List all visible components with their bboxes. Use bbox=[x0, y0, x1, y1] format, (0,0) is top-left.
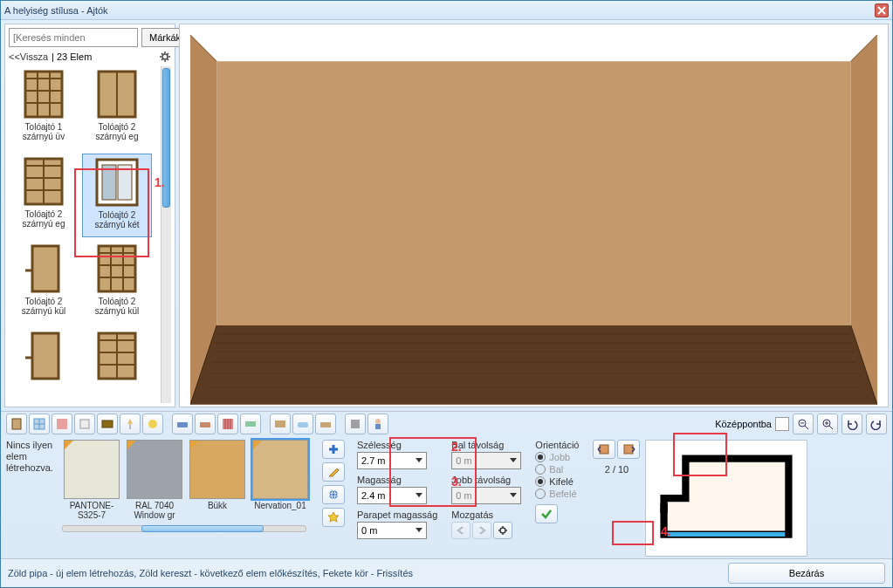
status-text: Zöld pipa - új elem létrehozás, Zöld ker… bbox=[8, 568, 728, 578]
center-label: Középpontba bbox=[715, 419, 772, 429]
catalog-item[interactable]: Tolóajtó 2 szárnyú eg bbox=[9, 154, 79, 237]
svg-rect-64 bbox=[298, 422, 308, 427]
material-swatches: PANTONE-S325-7 RAL 7040 Window gr Bükk N… bbox=[62, 440, 310, 520]
no-item-label: Nincs ilyen elem létrehozva. bbox=[6, 440, 57, 475]
cat-curtain-icon[interactable] bbox=[217, 414, 238, 434]
cat-window-icon[interactable] bbox=[29, 414, 50, 434]
cat-lamp-icon[interactable] bbox=[120, 414, 141, 434]
right-dist-label: Jobb távolság bbox=[451, 475, 521, 485]
cat-bath-icon[interactable] bbox=[292, 414, 313, 434]
back-link[interactable]: <<Vissza bbox=[9, 51, 48, 62]
center-checkbox[interactable] bbox=[775, 417, 789, 431]
web-button[interactable] bbox=[322, 485, 345, 504]
swatch-item[interactable]: Bükk bbox=[188, 440, 247, 520]
next-wall-button[interactable] bbox=[617, 440, 640, 459]
orient-befele-radio: Befelé bbox=[535, 489, 579, 499]
cat-char-icon[interactable] bbox=[368, 414, 388, 434]
edit-button[interactable] bbox=[322, 462, 345, 482]
zoom-in-icon[interactable] bbox=[817, 414, 838, 434]
cat-rug-icon[interactable] bbox=[240, 414, 261, 434]
orient-bal-radio: Bal bbox=[535, 464, 579, 475]
height-select[interactable]: 2.4 m bbox=[357, 487, 427, 504]
orient-kifele-radio[interactable]: Kifelé bbox=[535, 476, 579, 487]
chevron-down-icon bbox=[510, 493, 517, 497]
cat-bed-icon[interactable] bbox=[195, 414, 216, 434]
svg-rect-16 bbox=[118, 165, 132, 200]
cat-kitchen-icon[interactable] bbox=[270, 414, 291, 434]
svg-rect-57 bbox=[200, 422, 210, 427]
cat-sofa-icon[interactable] bbox=[172, 414, 193, 434]
cat-light-icon[interactable] bbox=[142, 414, 163, 434]
undo-icon[interactable] bbox=[841, 414, 862, 434]
move-right-button bbox=[472, 522, 491, 539]
page-indicator: 2 / 10 bbox=[605, 464, 629, 475]
gear-icon[interactable] bbox=[159, 51, 171, 63]
right-dist-select: 0 m bbox=[451, 487, 521, 504]
add-button[interactable] bbox=[322, 440, 345, 459]
redo-icon[interactable] bbox=[866, 414, 887, 434]
floorplan-svg[interactable] bbox=[649, 444, 803, 552]
category-toolbar: Középpontba bbox=[1, 411, 892, 436]
width-label: Szélesség bbox=[357, 440, 437, 450]
catalog-item[interactable]: Tolóajtó 2 szárnyú eg bbox=[82, 66, 152, 150]
svg-rect-83 bbox=[624, 445, 633, 454]
search-input[interactable] bbox=[9, 28, 138, 47]
chevron-down-icon bbox=[416, 493, 422, 497]
catalog-item[interactable]: Tolóajtó 2 szárnyú kül bbox=[9, 241, 79, 325]
favorite-button[interactable] bbox=[322, 508, 345, 527]
cat-office-icon[interactable] bbox=[315, 414, 336, 434]
chevron-down-icon bbox=[510, 458, 517, 462]
orient-jobb-radio: Jobb bbox=[535, 452, 579, 462]
move-left-button bbox=[451, 522, 471, 539]
chevron-down-icon bbox=[416, 458, 422, 462]
orient-label: Orientáció bbox=[535, 440, 579, 450]
svg-rect-62 bbox=[245, 421, 256, 427]
catalog-scrollbar[interactable] bbox=[161, 66, 171, 403]
cat-decor-icon[interactable] bbox=[97, 414, 118, 434]
swatch-item[interactable]: RAL 7040 Window gr bbox=[125, 440, 184, 520]
svg-rect-17 bbox=[32, 246, 58, 291]
cat-door-icon[interactable] bbox=[6, 414, 27, 434]
catalog-item[interactable] bbox=[82, 328, 152, 403]
swatch-scrollbar[interactable] bbox=[62, 525, 306, 532]
move-settings-button[interactable] bbox=[493, 522, 512, 539]
svg-marker-33 bbox=[216, 61, 850, 325]
move-label: Mozgatás bbox=[451, 509, 521, 520]
width-select[interactable]: 2.7 m bbox=[357, 452, 427, 469]
parapet-select[interactable]: 0 m bbox=[357, 522, 427, 539]
cat-paint-icon[interactable] bbox=[52, 414, 72, 434]
window-close-button[interactable] bbox=[875, 3, 889, 17]
swatch-item-selected[interactable]: Nervation_01 bbox=[251, 440, 310, 520]
svg-rect-25 bbox=[32, 333, 58, 379]
viewport-3d[interactable] bbox=[179, 24, 889, 407]
left-dist-select: 0 m bbox=[451, 452, 521, 469]
svg-rect-65 bbox=[320, 422, 331, 427]
catalog-item[interactable] bbox=[9, 328, 79, 403]
svg-rect-68 bbox=[375, 424, 381, 429]
svg-rect-82 bbox=[600, 445, 608, 454]
height-label: Magasság bbox=[357, 475, 437, 485]
prev-wall-button[interactable] bbox=[593, 440, 615, 459]
item-count: | 23 Elem bbox=[52, 51, 92, 62]
cat-switch-icon[interactable] bbox=[74, 414, 95, 434]
svg-point-55 bbox=[148, 420, 157, 428]
svg-point-78 bbox=[329, 490, 338, 499]
svg-rect-56 bbox=[177, 422, 188, 427]
close-button[interactable]: Bezárás bbox=[728, 563, 885, 584]
svg-rect-51 bbox=[57, 419, 67, 429]
footer: Zöld pipa - új elem létrehozás, Zöld ker… bbox=[1, 558, 892, 587]
confirm-button[interactable] bbox=[535, 504, 558, 523]
catalog-item[interactable]: Tolóajtó 2 szárnyú kül bbox=[82, 241, 152, 325]
svg-point-81 bbox=[500, 528, 505, 533]
catalog-grid: Tolóajtó 1 szárnyú üv Tolóajtó 2 szárnyú… bbox=[9, 66, 157, 403]
svg-rect-53 bbox=[102, 420, 113, 427]
catalog-item-selected[interactable]: Tolóajtó 2 szárnyú két bbox=[82, 154, 152, 237]
catalog-item[interactable]: Tolóajtó 1 szárnyú üv bbox=[9, 66, 79, 150]
svg-rect-66 bbox=[351, 420, 360, 428]
svg-line-70 bbox=[805, 426, 808, 429]
svg-rect-47 bbox=[12, 419, 21, 429]
swatch-item[interactable]: PANTONE-S325-7 bbox=[62, 440, 121, 520]
svg-point-0 bbox=[162, 54, 168, 59]
cat-misc-icon[interactable] bbox=[345, 414, 366, 434]
zoom-out-icon[interactable] bbox=[793, 414, 814, 434]
